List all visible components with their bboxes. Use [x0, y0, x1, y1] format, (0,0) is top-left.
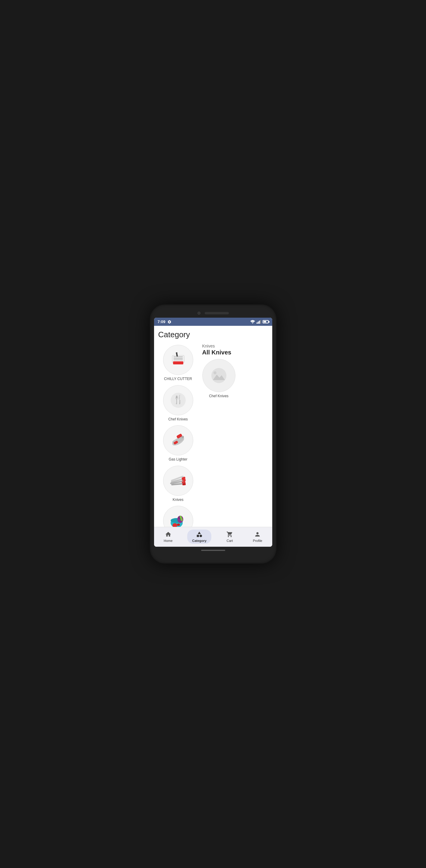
main-content: Category: [154, 326, 272, 527]
status-bar: 7:09: [154, 318, 272, 326]
category-item-chilly-cutter[interactable]: CHILLY CUTTER: [160, 344, 196, 383]
profile-label: Profile: [253, 539, 262, 542]
wifi-icon: [250, 320, 255, 324]
speaker: [205, 312, 229, 314]
choppers-image: [163, 506, 193, 527]
chef-knives-right-label: Chef Knives: [209, 394, 229, 398]
category-label: Category: [192, 539, 207, 542]
status-left: 7:09: [158, 319, 172, 324]
nav-item-category[interactable]: Category: [187, 530, 211, 544]
gas-lighter-image: [163, 425, 193, 456]
category-item-choppers[interactable]: Choppers &Piller: [160, 504, 196, 527]
knives-image: [163, 466, 193, 496]
home-icon: [164, 531, 172, 538]
right-header: Knives All Knives: [202, 344, 269, 356]
svg-rect-19: [182, 483, 186, 485]
status-time: 7:09: [158, 319, 165, 324]
category-icon: [196, 531, 203, 538]
signal-icon: [256, 320, 261, 324]
svg-rect-2: [173, 361, 183, 364]
gear-icon: [167, 320, 172, 324]
camera: [197, 312, 201, 315]
right-column: Knives All Knives: [199, 344, 269, 527]
profile-icon: [254, 531, 261, 538]
battery-icon: [263, 320, 269, 323]
gas-lighter-label: Gas Lighter: [169, 457, 187, 462]
cart-label: Cart: [226, 539, 233, 542]
nav-item-cart[interactable]: Cart: [221, 530, 238, 544]
knives-icon: [168, 470, 189, 491]
svg-rect-29: [211, 368, 226, 383]
chilly-cutter-label: CHILLY CUTTER: [164, 377, 192, 381]
chef-knives-image: 🍴: [163, 385, 193, 415]
home-label: Home: [164, 539, 173, 542]
chef-knives-left-icon: 🍴: [168, 390, 189, 411]
bottom-nav: Home Category Cart: [154, 527, 272, 547]
nav-item-profile[interactable]: Profile: [248, 530, 267, 544]
gas-lighter-icon: [168, 430, 189, 451]
chef-knives-right-icon: [208, 365, 230, 386]
chef-knives-right-image: [202, 359, 236, 392]
svg-point-13: [182, 436, 184, 438]
chef-knives-left-label: Chef Knives: [168, 417, 188, 422]
phone-top-bar: [154, 310, 272, 318]
status-right: [250, 320, 269, 324]
page-title: Category: [157, 330, 269, 339]
phone-screen: 7:09: [154, 318, 272, 547]
svg-point-0: [252, 323, 253, 324]
svg-text:🍴: 🍴: [173, 395, 183, 404]
knives-label: Knives: [173, 498, 183, 502]
category-item-chef-knives-right[interactable]: Chef Knives: [202, 359, 236, 398]
category-item-chef-knives[interactable]: 🍴 Chef Knives: [160, 384, 196, 423]
chilly-cutter-icon: [168, 349, 189, 370]
choppers-icon: [168, 510, 189, 527]
all-knives-label: All Knives: [202, 349, 269, 356]
category-item-gas-lighter[interactable]: Gas Lighter: [160, 424, 196, 463]
chilly-cutter-image: [163, 345, 193, 375]
svg-point-30: [213, 371, 216, 374]
right-grid: Chef Knives: [202, 359, 269, 398]
nav-item-home[interactable]: Home: [159, 530, 177, 544]
left-column: CHILLY CUTTER 🍴 Chef Knives: [157, 344, 199, 527]
phone-frame: 7:09: [150, 304, 276, 564]
category-layout: CHILLY CUTTER 🍴 Chef Knives: [157, 344, 269, 527]
cart-icon: [226, 531, 233, 538]
svg-point-28: [177, 524, 180, 526]
phone-bottom: [154, 547, 272, 551]
home-bar: [201, 550, 225, 551]
knives-section-label: Knives: [202, 344, 269, 348]
category-item-knives[interactable]: Knives: [160, 464, 196, 504]
